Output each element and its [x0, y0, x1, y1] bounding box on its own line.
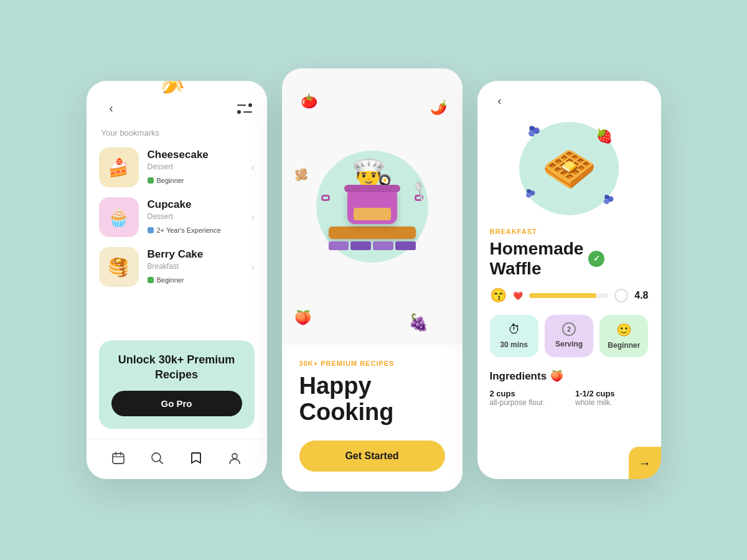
recipe-content: BREAKFAST Homemade Waffle ✓ 😙 ❤️ 4.8 ⏱ 3…	[477, 218, 661, 479]
clock-icon: ⏱	[508, 322, 520, 337]
ingredient-item: 2 cups all-purpose flour.	[490, 389, 563, 407]
svg-rect-0	[113, 454, 124, 464]
rating-value: 4.8	[634, 290, 648, 301]
badge-dot	[148, 177, 154, 184]
recipe-title: Homemade Waffle ✓	[490, 239, 649, 279]
recipe-image: 🧇 🍓 🫐 🫐 🫐	[519, 122, 619, 215]
phone-recipe-detail: ‹ 🧇 🍓 🫐 🫐 🫐 BREAKFAST Homemade Waffle ✓ …	[477, 81, 661, 479]
go-pro-button[interactable]: Go Pro	[111, 391, 242, 416]
nav-bookmark-icon[interactable]	[187, 449, 205, 467]
badge-dot	[148, 227, 154, 233]
serving-card[interactable]: 2 Serving	[545, 315, 593, 357]
nav-calendar-icon[interactable]	[110, 449, 127, 467]
ingredient-name: whole milk.	[575, 398, 649, 407]
phone-cooking: 🍅 🌶️ 🫚 🍑 🍇 👨‍🍳 〜	[282, 68, 463, 492]
section-title: Your bookmarks	[87, 123, 267, 147]
ingredient-amount: 1-1/2 cups	[575, 389, 649, 398]
difficulty-label: Beginner	[608, 341, 640, 350]
recipe-name: Cupcake	[148, 198, 243, 211]
ingredient-name: all-purpose flour.	[490, 398, 563, 407]
chevron-right-icon: ›	[251, 261, 254, 273]
ingredients-grid: 2 cups all-purpose flour. 1-1/2 cups who…	[490, 389, 649, 407]
serving-label: Serving	[555, 340, 583, 348]
recipe-info: Berry Cake Breakfast Beginner	[148, 248, 243, 286]
verified-icon: ✓	[588, 251, 604, 267]
recipe-category: Dessert	[148, 162, 243, 171]
smiley-icon: 🙂	[616, 322, 632, 337]
rating-emoji: 😙	[490, 287, 507, 304]
list-item[interactable]: 🍰 Cheesecake Dessert Beginner ›	[99, 147, 255, 187]
recipe-thumbnail: 🥞	[99, 247, 139, 287]
phone-bookmarks: 🍌 ‹ Your bookmarks 🍰 Cheesecake Dessert …	[87, 81, 267, 479]
recipe-name: Cheesecake	[148, 149, 243, 161]
banana-decoration: 🍌	[158, 81, 186, 95]
svg-point-6	[232, 454, 237, 459]
rating-row: 😙 ❤️ 4.8	[490, 287, 649, 304]
get-started-button[interactable]: Get Started	[299, 441, 445, 472]
recipe-info: Cheesecake Dessert Beginner	[148, 149, 243, 186]
recipe-info: Cupcake Dessert 2+ Year's Experience	[148, 198, 243, 236]
rating-circle	[614, 289, 628, 302]
info-cards: ⏱ 30 mins 2 Serving 🙂 Beginner	[490, 315, 649, 357]
recipe-thumbnail: 🍰	[99, 147, 139, 187]
ingredients-section: Ingredients 🍑 2 cups all-purpose flour. …	[490, 370, 649, 407]
detail-header: ‹	[477, 81, 661, 111]
nav-search-icon[interactable]	[148, 449, 166, 467]
list-item[interactable]: 🥞 Berry Cake Breakfast Beginner ›	[99, 247, 255, 287]
recipe-category: Dessert	[148, 212, 243, 221]
nav-profile-icon[interactable]	[226, 449, 243, 467]
difficulty-badge: 2+ Year's Experience	[148, 226, 221, 234]
recipe-category: Breakfast	[148, 262, 243, 271]
difficulty-card[interactable]: 🙂 Beginner	[599, 315, 648, 357]
difficulty-badge: Beginner	[148, 276, 184, 284]
time-card[interactable]: ⏱ 30 mins	[490, 315, 538, 357]
bottom-navigation	[87, 439, 267, 479]
serving-number: 2	[562, 322, 576, 336]
filter-icon[interactable]	[237, 103, 252, 114]
difficulty-badge: Beginner	[148, 177, 184, 184]
time-label: 30 mins	[500, 340, 528, 349]
ingredient-item: 1-1/2 cups whole milk.	[575, 389, 649, 407]
next-button[interactable]: →	[629, 447, 661, 479]
list-item[interactable]: 🧁 Cupcake Dessert 2+ Year's Experience ›	[99, 197, 255, 237]
chevron-right-icon: ›	[251, 212, 254, 223]
ingredients-title: Ingredients 🍑	[490, 370, 649, 383]
promo-label: 30K+ PREMIUM RECIPES	[299, 360, 445, 367]
bookmark-list: 🍰 Cheesecake Dessert Beginner › 🧁 Cupcak…	[87, 147, 267, 330]
chevron-right-icon: ›	[251, 162, 254, 173]
recipe-category-label: BREAKFAST	[490, 228, 649, 235]
back-button[interactable]: ‹	[101, 98, 121, 118]
promo-text: Unlock 30k+ Premium Recipes	[111, 353, 242, 382]
hero-content: 30K+ PREMIUM RECIPES Happy Cooking Get S…	[282, 345, 463, 492]
rating-bar	[529, 293, 609, 298]
chef-illustration: 🍅 🌶️ 🫚 🍑 🍇 👨‍🍳 〜	[282, 68, 463, 345]
recipe-thumbnail: 🧁	[99, 197, 139, 237]
svg-line-5	[160, 461, 163, 464]
recipe-name: Berry Cake	[148, 248, 243, 261]
back-button[interactable]: ‹	[490, 91, 510, 111]
badge-dot	[148, 277, 154, 283]
hero-title: Happy Cooking	[299, 373, 445, 426]
ingredient-amount: 2 cups	[490, 389, 563, 398]
rating-bar-fill	[529, 293, 597, 298]
promo-box: Unlock 30k+ Premium Recipes Go Pro	[99, 340, 255, 429]
